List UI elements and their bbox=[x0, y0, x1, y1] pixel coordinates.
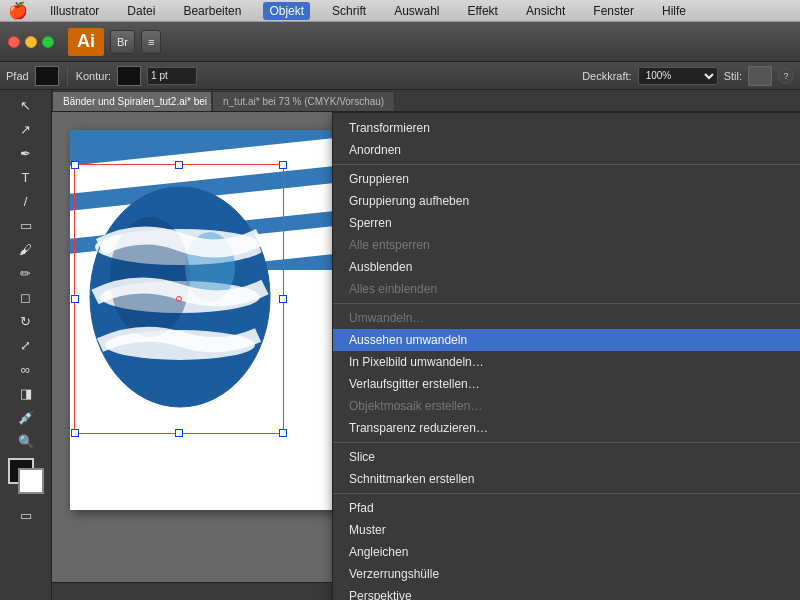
tab-2[interactable]: n_tut.ai* bei 73 % (CMYK/Vorschau) bbox=[212, 91, 395, 111]
select-tool[interactable]: ↖ bbox=[4, 94, 48, 116]
tab-bar: Bänder und Spiralen_tut2.ai* bei 1… n_tu… bbox=[52, 90, 800, 112]
canvas-content: Transformieren ▶ Anordnen ▶ Gruppieren ⌘… bbox=[52, 112, 800, 600]
menu-item-muster[interactable]: Muster ▶ bbox=[333, 519, 800, 541]
menu-item-transparenz[interactable]: Transparenz reduzieren… bbox=[333, 417, 800, 439]
menu-item-objektmosaik: Objektmosaik erstellen… bbox=[333, 395, 800, 417]
property-bar: Pfad Kontur: Deckkraft: 100% Stil: ? bbox=[0, 62, 800, 90]
separator-2 bbox=[333, 303, 800, 304]
path-type-label: Pfad bbox=[6, 70, 29, 82]
menu-item-umwandeln: Umwandeln… bbox=[333, 307, 800, 329]
blend-tool[interactable]: ∞ bbox=[4, 358, 48, 380]
minimize-button[interactable] bbox=[25, 36, 37, 48]
line-tool[interactable]: / bbox=[4, 190, 48, 212]
view-button[interactable]: ≡ bbox=[141, 30, 161, 54]
pencil-tool[interactable]: ✏ bbox=[4, 262, 48, 284]
color-box bbox=[8, 458, 44, 494]
stil-swatch[interactable] bbox=[748, 66, 772, 86]
pen-tool[interactable]: ✒ bbox=[4, 142, 48, 164]
separator-1 bbox=[333, 164, 800, 165]
menu-auswahl[interactable]: Auswahl bbox=[388, 2, 445, 20]
menu-item-sperren[interactable]: Sperren ▶ bbox=[333, 212, 800, 234]
menu-datei[interactable]: Datei bbox=[121, 2, 161, 20]
menu-item-schnittmarken[interactable]: Schnittmarken erstellen bbox=[333, 468, 800, 490]
menu-item-verzerrungshulle[interactable]: Verzerrungshülle ▶ bbox=[333, 563, 800, 585]
zoom-tool[interactable]: 🔍 bbox=[4, 430, 48, 452]
menu-item-alles-einblenden: Alles einblenden ⌥⌘3 bbox=[333, 278, 800, 300]
stroke-width-input[interactable] bbox=[147, 67, 197, 85]
menu-item-transformieren[interactable]: Transformieren ▶ bbox=[333, 117, 800, 139]
menu-bar: 🍎 Illustrator Datei Bearbeiten Objekt Sc… bbox=[0, 0, 800, 22]
menu-item-perspektive[interactable]: Perspektive ▶ bbox=[333, 585, 800, 600]
menu-item-slice[interactable]: Slice ▶ bbox=[333, 446, 800, 468]
stroke-color-swatch[interactable] bbox=[117, 66, 141, 86]
screen-mode-button[interactable]: ▭ bbox=[4, 504, 48, 526]
kontur-label: Kontur: bbox=[76, 70, 111, 82]
rotate-tool[interactable]: ↻ bbox=[4, 310, 48, 332]
menu-item-aussehen-umwandeln[interactable]: Aussehen umwandeln bbox=[333, 329, 800, 351]
menu-item-alle-entsperren: Alle entsperren ⌥⌘2 bbox=[333, 234, 800, 256]
apple-menu[interactable]: 🍎 bbox=[8, 1, 28, 20]
direct-select-tool[interactable]: ↗ bbox=[4, 118, 48, 140]
deckkraft-select[interactable]: 100% bbox=[638, 67, 718, 85]
menu-item-angleichen[interactable]: Angleichen ▶ bbox=[333, 541, 800, 563]
separator-3 bbox=[333, 442, 800, 443]
fill-color-swatch[interactable] bbox=[35, 66, 59, 86]
type-tool[interactable]: T bbox=[4, 166, 48, 188]
menu-effekt[interactable]: Effekt bbox=[461, 2, 503, 20]
traffic-lights bbox=[8, 36, 54, 48]
menu-hilfe[interactable]: Hilfe bbox=[656, 2, 692, 20]
menu-item-pixelbild-umwandeln[interactable]: In Pixelbild umwandeln… bbox=[333, 351, 800, 373]
menu-schrift[interactable]: Schrift bbox=[326, 2, 372, 20]
menu-item-pfad[interactable]: Pfad ▶ bbox=[333, 497, 800, 519]
main-area: ↖ ↗ ✒ T / ▭ 🖌 ✏ ◻ ↻ ⤢ ∞ ◨ 💉 🔍 ▭ Bänder u… bbox=[0, 90, 800, 600]
menu-illustrator[interactable]: Illustrator bbox=[44, 2, 105, 20]
separator-4 bbox=[333, 493, 800, 494]
opacity-info-button[interactable]: ? bbox=[778, 68, 794, 84]
arrange-button[interactable]: Br bbox=[110, 30, 135, 54]
background-color[interactable] bbox=[18, 468, 44, 494]
deckkraft-label: Deckkraft: bbox=[582, 70, 632, 82]
ai-logo: Ai bbox=[68, 28, 104, 56]
scale-tool[interactable]: ⤢ bbox=[4, 334, 48, 356]
eyedropper-tool[interactable]: 💉 bbox=[4, 406, 48, 428]
close-button[interactable] bbox=[8, 36, 20, 48]
menu-fenster[interactable]: Fenster bbox=[587, 2, 640, 20]
menu-item-anordnen[interactable]: Anordnen ▶ bbox=[333, 139, 800, 161]
rect-tool[interactable]: ▭ bbox=[4, 214, 48, 236]
maximize-button[interactable] bbox=[42, 36, 54, 48]
menu-ansicht[interactable]: Ansicht bbox=[520, 2, 571, 20]
canvas-area: Bänder und Spiralen_tut2.ai* bei 1… n_tu… bbox=[52, 90, 800, 600]
menu-item-ausblenden[interactable]: Ausblenden ▶ bbox=[333, 256, 800, 278]
menu-item-gruppieren[interactable]: Gruppieren ⌘G bbox=[333, 168, 800, 190]
gradient-tool[interactable]: ◨ bbox=[4, 382, 48, 404]
tab-1[interactable]: Bänder und Spiralen_tut2.ai* bei 1… bbox=[52, 91, 212, 111]
globe-graphic bbox=[80, 167, 280, 427]
brush-tool[interactable]: 🖌 bbox=[4, 238, 48, 260]
menu-objekt[interactable]: Objekt bbox=[263, 2, 310, 20]
app-toolbar: Ai Br ≡ bbox=[0, 22, 800, 62]
menu-bearbeiten[interactable]: Bearbeiten bbox=[177, 2, 247, 20]
toolbox: ↖ ↗ ✒ T / ▭ 🖌 ✏ ◻ ↻ ⤢ ∞ ◨ 💉 🔍 ▭ bbox=[0, 90, 52, 600]
objekt-dropdown-menu: Transformieren ▶ Anordnen ▶ Gruppieren ⌘… bbox=[332, 112, 800, 600]
eraser-tool[interactable]: ◻ bbox=[4, 286, 48, 308]
menu-item-verlaufsgitter[interactable]: Verlaufsgitter erstellen… bbox=[333, 373, 800, 395]
menu-item-gruppierung-aufheben[interactable]: Gruppierung aufheben ⇧⌘G bbox=[333, 190, 800, 212]
stil-label: Stil: bbox=[724, 70, 742, 82]
